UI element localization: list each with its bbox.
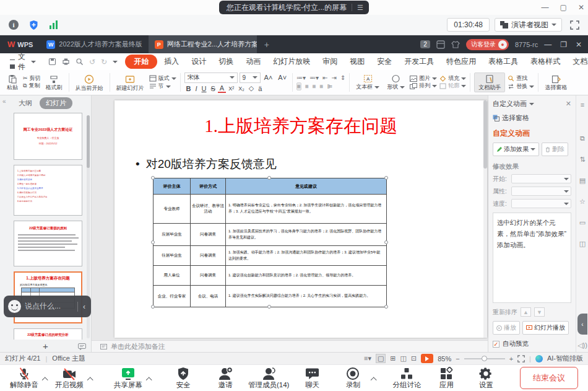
- move-up-button[interactable]: ▲: [521, 307, 531, 317]
- record-options-caret[interactable]: [371, 377, 377, 383]
- table-cell[interactable]: 应届毕业生: [153, 224, 191, 246]
- add-slide-button[interactable]: +: [43, 341, 48, 351]
- print-icon[interactable]: [62, 58, 70, 66]
- end-meeting-button[interactable]: 结束会议: [520, 367, 578, 389]
- font-size-select[interactable]: 9: [240, 72, 261, 83]
- grow-font-button[interactable]: A˄: [262, 74, 275, 81]
- numbered-list-icon[interactable]: ≕▾: [309, 74, 319, 81]
- play-from-current-button[interactable]: 从当前开始: [73, 74, 106, 91]
- underline-button[interactable]: U: [200, 85, 209, 92]
- table-cell[interactable]: 问卷调查: [191, 224, 226, 246]
- minimize-button[interactable]: —: [542, 3, 549, 12]
- find-button[interactable]: 查找: [508, 75, 534, 82]
- fit-slide-icon[interactable]: [517, 355, 525, 362]
- record-button[interactable]: 录制: [336, 367, 370, 389]
- close-button[interactable]: ✕: [578, 3, 584, 12]
- table-header-cell[interactable]: 意见或建议: [226, 178, 387, 195]
- manage-members-button[interactable]: 管理成员(14): [248, 367, 289, 389]
- pane-settings-icon[interactable]: ≡: [578, 100, 587, 109]
- tab-security[interactable]: 安全: [371, 56, 397, 67]
- redo-icon[interactable]: ↻: [101, 58, 107, 66]
- selection-handle[interactable]: [384, 240, 388, 244]
- text-direction-icon[interactable]: ⊫: [327, 83, 332, 90]
- layout-button[interactable]: 版式: [149, 75, 176, 82]
- collapse-sidebar-tab[interactable]: ‹: [577, 314, 587, 335]
- zoom-out-button[interactable]: −: [456, 355, 459, 362]
- print-preview-icon[interactable]: [76, 58, 84, 66]
- table-cell[interactable]: 企业、行业专家: [153, 286, 191, 307]
- meeting-security-icon[interactable]: [26, 17, 41, 32]
- apps-button[interactable]: 应用: [430, 367, 463, 389]
- mic-options-caret[interactable]: [42, 377, 48, 383]
- selection-pane-link[interactable]: 选择窗格: [493, 113, 571, 123]
- chevron-down-icon[interactable]: [529, 103, 534, 105]
- window-layout-icon[interactable]: [436, 40, 445, 49]
- tab-dev-tools[interactable]: 开发工具: [399, 56, 439, 67]
- line-spacing-icon[interactable]: ⇕: [340, 74, 345, 81]
- notes-page-icon[interactable]: ⊡: [411, 354, 417, 362]
- resource-pane-icon[interactable]: ▭: [578, 218, 587, 227]
- start-select[interactable]: [511, 174, 571, 183]
- move-down-button[interactable]: ▼: [534, 307, 545, 317]
- notes-toggle-icon[interactable]: ≡▾: [364, 354, 371, 362]
- fullscreen-button[interactable]: [567, 17, 582, 32]
- tab-home[interactable]: 开始: [125, 55, 157, 69]
- undo-icon[interactable]: ↺: [89, 58, 95, 66]
- tab-animation[interactable]: 动画: [240, 56, 266, 67]
- wps-restore-button[interactable]: ❐: [560, 40, 567, 49]
- slide-thumbnail-5[interactable]: 5 22级方案修订点的研究分析: [14, 328, 82, 340]
- chat-quick-overlay[interactable]: 说点什么... ‹: [4, 296, 91, 317]
- tab-doc-assistant[interactable]: 文档助手: [567, 56, 588, 67]
- notes-bar[interactable]: 单击此处添加备注: [92, 340, 488, 352]
- tab-slides[interactable]: 幻灯片: [40, 97, 72, 109]
- align-left-icon[interactable]: ≡: [296, 82, 301, 90]
- chat-quick-input[interactable]: 说点什么...: [25, 301, 74, 312]
- slide-thumbnail-3[interactable]: 3 22级方案修订遵循的原则: [14, 221, 82, 266]
- table-cell[interactable]: 1. 加强实践、动手能力培养；2. 加强沟通能力和团队协作能力的培养；3. 建议…: [226, 246, 387, 266]
- format-painter-button[interactable]: 格式刷: [43, 75, 65, 90]
- align-center-icon[interactable]: ≡: [305, 83, 309, 90]
- phonetic-guide-icon[interactable]: ä: [256, 85, 264, 92]
- tab-outline[interactable]: 大纲: [19, 99, 32, 108]
- auto-preview-checkbox[interactable]: ✓: [493, 341, 499, 348]
- start-video-button[interactable]: 开启视频: [53, 367, 86, 389]
- play-button[interactable]: 播放: [493, 321, 520, 335]
- maximize-button[interactable]: ▢: [560, 3, 567, 12]
- tab-special-apps[interactable]: 特色应用: [441, 56, 482, 67]
- table-cell[interactable]: 问卷调查: [191, 266, 226, 286]
- slide-thumbnail-2[interactable]: 2 1.上版培养方案存在问题 2.22级人才培养方案修订原则 3.课程体系设置 …: [14, 165, 82, 216]
- breakout-rooms-button[interactable]: 分组讨论: [390, 367, 423, 389]
- meeting-info-icon[interactable]: i: [6, 17, 21, 32]
- selection-pane-button[interactable]: 选择窗格: [542, 75, 569, 90]
- wps-close-button[interactable]: ✕: [576, 40, 582, 49]
- tab-transition[interactable]: 切换: [213, 56, 239, 67]
- guest-login-button[interactable]: 访客登录 ●: [466, 39, 509, 50]
- bold-button[interactable]: B: [184, 85, 193, 92]
- table-cell[interactable]: 1. 建议强化学生实际解决问题综合能力培养；2. 关心学生的实习实训，提高实践能…: [226, 286, 387, 307]
- property-select[interactable]: [511, 187, 571, 196]
- viewing-banner[interactable]: 您正在观看计算机学院-付立...的屏幕 ☰: [219, 1, 369, 14]
- selection-handle[interactable]: [267, 176, 271, 180]
- table-cell[interactable]: 会议研讨、教学法活动: [191, 195, 226, 224]
- selection-handle[interactable]: [384, 176, 388, 180]
- selection-handle[interactable]: [384, 305, 388, 309]
- add-effect-button[interactable]: 添加效果: [493, 143, 539, 156]
- slide-play-button[interactable]: 幻灯片播放: [522, 321, 569, 335]
- tab-insert[interactable]: 插入: [158, 56, 184, 67]
- selection-handle[interactable]: [267, 305, 271, 309]
- zoom-slider-thumb[interactable]: [482, 356, 487, 361]
- close-pane-icon[interactable]: ✕: [566, 100, 571, 108]
- props-pane-icon[interactable]: ⧉: [578, 134, 587, 143]
- video-options-caret[interactable]: [87, 377, 93, 383]
- delete-effect-button[interactable]: 删除: [542, 143, 568, 156]
- new-tab-button[interactable]: +: [257, 35, 277, 53]
- share-pane-icon[interactable]: ◫: [578, 239, 587, 248]
- security-button[interactable]: 安全: [166, 367, 200, 389]
- table-cell[interactable]: 往届毕业生: [153, 246, 191, 266]
- emoji-smiley-icon[interactable]: [8, 300, 21, 313]
- outline-button[interactable]: 轮廓: [439, 83, 466, 89]
- doc-tab-writer[interactable]: W 2022版人才培养方案最终版: [40, 35, 148, 53]
- font-color-button[interactable]: A: [218, 84, 226, 93]
- arrange-button[interactable]: 排列: [410, 83, 437, 89]
- table-cell[interactable]: 问卷调查: [191, 246, 226, 266]
